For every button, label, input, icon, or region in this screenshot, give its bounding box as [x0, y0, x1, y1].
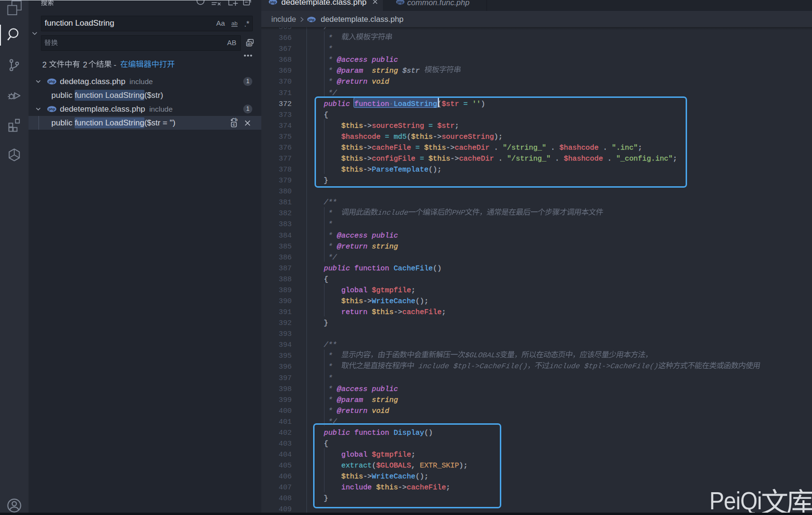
- svg-text:php: php: [397, 0, 403, 4]
- svg-text:php: php: [270, 0, 276, 4]
- svg-text:ab: ab: [231, 20, 238, 26]
- svg-text:php: php: [308, 18, 315, 22]
- svg-text:b: b: [235, 117, 238, 122]
- svg-text:c: c: [233, 122, 235, 127]
- svg-text:php: php: [48, 107, 55, 111]
- svg-text:php: php: [48, 79, 55, 84]
- svg-text:ab: ab: [248, 42, 251, 46]
